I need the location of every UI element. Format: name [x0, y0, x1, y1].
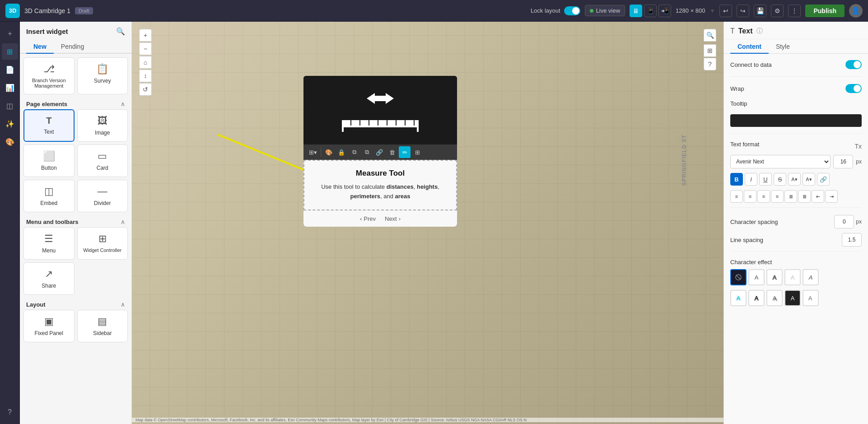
tab-style[interactable]: Style — [769, 39, 797, 54]
underline-button[interactable]: U — [759, 173, 772, 186]
indent-right-btn[interactable]: ⇥ — [825, 190, 838, 203]
measure-toolbar: ⊞▾ 🎨 🔒 ⧉ ⧉ 🔗 🗑 ✏ ⊞ — [303, 144, 457, 160]
widget-item-button[interactable]: ⬜ Button — [23, 144, 75, 177]
effect-neon-btn[interactable]: A — [730, 290, 747, 306]
effect-invert-btn[interactable]: A — [784, 290, 801, 306]
widget-item-widget-controller[interactable]: ⊞ Widget Controller — [77, 227, 128, 260]
list-ul-btn[interactable]: ≣ — [784, 190, 797, 203]
effect-none-btn[interactable] — [730, 269, 747, 285]
toolbar-delete-btn[interactable]: 🗑 — [386, 146, 398, 158]
image-widget-icon: 🖼 — [98, 115, 107, 127]
toolbar-link-btn[interactable]: 🔗 — [373, 146, 385, 158]
widget-item-embed[interactable]: ◫ Embed — [23, 180, 75, 212]
zoom-out-btn[interactable]: − — [139, 42, 152, 55]
app-logo[interactable]: 3D — [5, 4, 20, 18]
effect-lift-btn[interactable]: A — [784, 269, 801, 285]
highlight-btn[interactable]: A▾ — [803, 173, 815, 186]
tooltip-input[interactable] — [730, 114, 862, 127]
home-btn[interactable]: ⌂ — [139, 56, 152, 69]
rotate-btn[interactable]: ↕ — [139, 70, 152, 82]
line-spacing-input[interactable] — [842, 233, 862, 247]
pages-icon[interactable]: 📄 — [2, 61, 18, 78]
widget-item-sidebar[interactable]: ▤ Sidebar — [77, 310, 128, 342]
widget-item-divider[interactable]: — Divider — [77, 180, 128, 212]
button-widget-icon: ⬜ — [43, 150, 55, 162]
toolbar-grid-btn[interactable]: ⊞ — [411, 146, 423, 158]
add-widget-icon[interactable]: ＋ — [2, 25, 18, 42]
effect-glitch-btn[interactable]: A — [803, 269, 819, 285]
desktop-view-btn[interactable]: 🖥 — [630, 5, 642, 17]
layers-icon[interactable]: ◫ — [2, 98, 18, 114]
align-center-btn[interactable]: ≡ — [744, 190, 756, 203]
save-button[interactable]: 💾 — [754, 5, 766, 17]
layers-map-btn[interactable]: ⊞ — [704, 44, 716, 57]
widget-panel: Insert widget 🔍 New Pending ⎇ Branch Ver… — [20, 22, 132, 424]
widget-item-image[interactable]: 🖼 Image — [77, 109, 128, 142]
indent-left-btn[interactable]: ⇤ — [812, 190, 824, 203]
ruler-icon — [340, 111, 421, 134]
effect-outline-btn[interactable]: A — [766, 269, 783, 285]
user-avatar[interactable]: 👤 — [849, 4, 863, 18]
toolbar-paste-btn[interactable]: ⧉ — [361, 146, 373, 158]
widget-item-branch-version[interactable]: ⎇ Branch Version Management — [23, 57, 75, 94]
widget-item-text[interactable]: T Text — [23, 109, 75, 142]
publish-button[interactable]: Publish — [805, 5, 845, 17]
connect-data-toggle[interactable] — [845, 60, 862, 69]
strikethrough-button[interactable]: S — [774, 173, 786, 186]
toolbar-copy-btn[interactable]: ⧉ — [348, 146, 360, 158]
effect-shadow2-btn[interactable]: A — [766, 290, 783, 306]
widget-item-card[interactable]: ▭ Card — [77, 144, 128, 177]
align-justify-btn[interactable]: ≡ — [771, 190, 784, 203]
toolbar-edit-btn[interactable]: ✏ — [399, 146, 411, 158]
align-left-btn[interactable]: ≡ — [730, 190, 743, 203]
redo-button[interactable]: ↪ — [737, 5, 749, 17]
more-button[interactable]: ⋮ — [788, 5, 801, 17]
right-panel-title-row: T Text ⓘ — [730, 27, 763, 39]
text-color-btn[interactable]: A▾ — [788, 173, 801, 186]
tab-pending[interactable]: Pending — [54, 39, 91, 54]
help-icon[interactable]: ? — [2, 404, 18, 420]
data-icon[interactable]: 📊 — [2, 79, 18, 96]
effect-wave-btn[interactable]: A — [803, 290, 819, 306]
bold-button[interactable]: B — [730, 173, 743, 186]
widget-item-fixed-panel[interactable]: ▣ Fixed Panel — [23, 310, 75, 342]
font-size-input[interactable] — [833, 155, 853, 168]
tab-content[interactable]: Content — [730, 39, 769, 54]
undo-button[interactable]: ↩ — [719, 5, 732, 17]
search-map-btn[interactable]: 🔍 — [704, 29, 716, 42]
widget-item-survey[interactable]: 📋 Survey — [77, 57, 128, 94]
compass-btn[interactable]: ↺ — [139, 83, 152, 96]
palette-icon[interactable]: 🎨 — [2, 134, 18, 150]
italic-button[interactable]: I — [745, 173, 757, 186]
widget-search-icon[interactable]: 🔍 — [116, 27, 125, 36]
tablet-view-btn[interactable]: 📱 — [644, 5, 657, 17]
zoom-in-btn[interactable]: + — [139, 29, 152, 42]
settings-button[interactable]: ⚙ — [771, 5, 784, 17]
char-spacing-unit: px — [856, 219, 862, 225]
toolbar-palette-btn[interactable]: 🎨 — [323, 146, 335, 158]
prev-button[interactable]: ‹ Prev — [360, 215, 376, 222]
wrap-toggle[interactable] — [845, 84, 862, 93]
effect-hollow-btn[interactable]: A — [748, 290, 765, 306]
char-spacing-input[interactable] — [834, 215, 854, 228]
toolbar-lock-btn[interactable]: 🔒 — [336, 146, 347, 158]
effects-icon[interactable]: ✨ — [2, 116, 18, 132]
help-map-btn[interactable]: ? — [704, 58, 716, 70]
effect-shadow-btn[interactable]: A — [748, 269, 765, 285]
live-view-button[interactable]: Live view — [585, 5, 625, 16]
widget-item-share[interactable]: ↗ Share — [23, 262, 75, 295]
toolbar-layers-btn[interactable]: ⊞▾ — [307, 146, 319, 158]
lock-layout-toggle[interactable] — [564, 6, 580, 15]
link-button[interactable]: 🔗 — [817, 173, 830, 186]
widget-item-menu[interactable]: ☰ Menu — [23, 227, 75, 260]
align-right-btn[interactable]: ≡ — [757, 190, 770, 203]
tab-new[interactable]: New — [26, 39, 54, 54]
toolbar-sep-1 — [321, 148, 321, 157]
widgets-icon[interactable]: ⊞ — [2, 43, 18, 60]
section-menu-toolbars-header: Menu and toolbars ∧ — [23, 215, 128, 227]
font-select[interactable]: Avenir Next — [730, 155, 831, 168]
next-button[interactable]: Next › — [385, 215, 401, 222]
mobile-view-btn[interactable]: 📲 — [658, 5, 671, 17]
list-ol-btn[interactable]: ≣ — [798, 190, 811, 203]
right-panel-info-icon[interactable]: ⓘ — [756, 27, 763, 35]
